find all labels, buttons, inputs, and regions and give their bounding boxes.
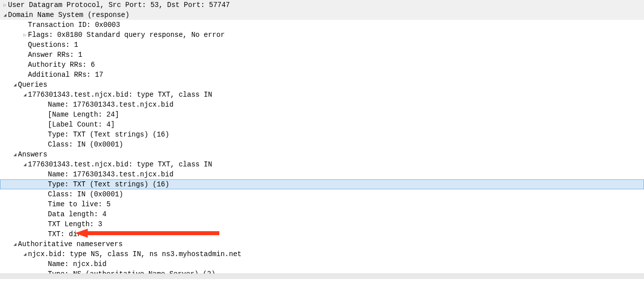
- indent-spacer: [42, 112, 48, 118]
- row-text: Name: 1776301343.test.njcx.bid: [48, 170, 173, 178]
- indent-spacer: [22, 72, 28, 78]
- row-text: Class: IN (0x0001): [48, 190, 123, 198]
- collapse-icon[interactable]: ◢: [22, 161, 28, 167]
- row-text: Domain Name System (response): [8, 11, 130, 19]
- packet-details-tree[interactable]: ▷User Datagram Protocol, Src Port: 53, D…: [0, 0, 644, 279]
- collapse-icon[interactable]: ◢: [12, 241, 18, 247]
- dns-questions: Questions: 1: [0, 40, 644, 50]
- indent-spacer: [22, 42, 28, 48]
- row-text: 1776301343.test.njcx.bid: type TXT, clas…: [28, 91, 212, 99]
- row-text: Time to live: 5: [48, 200, 111, 208]
- row-text: Additional RRs: 17: [28, 71, 103, 79]
- row-text: Type: TXT (Text strings) (16): [48, 131, 169, 139]
- row-text: [Name Length: 24]: [48, 111, 119, 119]
- scrollbar-horizontal[interactable]: [0, 274, 644, 279]
- row-text: Type: TXT (Text strings) (16): [48, 180, 169, 188]
- query-0[interactable]: ◢1776301343.test.njcx.bid: type TXT, cla…: [0, 90, 644, 100]
- row-text: Answer RRs: 1: [28, 51, 82, 59]
- dns-answer-rrs: Answer RRs: 1: [0, 50, 644, 60]
- expand-icon[interactable]: ▷: [22, 32, 28, 38]
- row-text: Questions: 1: [28, 41, 78, 49]
- query-0-name: Name: 1776301343.test.njcx.bid: [0, 100, 644, 110]
- indent-spacer: [42, 132, 48, 138]
- answer-0-txt-length: TXT Length: 3: [0, 219, 644, 229]
- answer-0-data-length: Data length: 4: [0, 209, 644, 219]
- row-text: Class: IN (0x0001): [48, 141, 123, 148]
- row-text: Data length: 4: [48, 210, 107, 218]
- dns-flags[interactable]: ▷Flags: 0x8180 Standard query response, …: [0, 30, 644, 40]
- answer-0-name: Name: 1776301343.test.njcx.bid: [0, 169, 644, 179]
- answer-0-class: Class: IN (0x0001): [0, 189, 644, 199]
- row-text: [Label Count: 4]: [48, 121, 115, 129]
- dns-answers[interactable]: ◢Answers: [0, 149, 644, 159]
- answer-0[interactable]: ◢1776301343.test.njcx.bid: type TXT, cla…: [0, 159, 644, 169]
- indent-spacer: [42, 222, 48, 227]
- row-text: User Datagram Protocol, Src Port: 53, Ds…: [8, 1, 230, 9]
- indent-spacer: [42, 172, 48, 177]
- answer-0-txt: TXT: dir: [0, 229, 644, 239]
- row-text: TXT: dir: [48, 230, 81, 238]
- row-text: Flags: 0x8180 Standard query response, N…: [28, 31, 225, 39]
- collapse-icon[interactable]: ◢: [22, 251, 28, 257]
- indent-spacer: [42, 142, 48, 147]
- indent-spacer: [22, 52, 28, 58]
- indent-spacer: [42, 212, 48, 217]
- query-0-label-count: [Label Count: 4]: [0, 120, 644, 130]
- row-text: Name: 1776301343.test.njcx.bid: [48, 101, 173, 109]
- auth-0[interactable]: ◢njcx.bid: type NS, class IN, ns ns3.myh…: [0, 249, 644, 259]
- expand-icon[interactable]: ▷: [2, 2, 8, 8]
- indent-spacer: [42, 262, 48, 267]
- indent-spacer: [22, 62, 28, 68]
- dns-authoritative[interactable]: ◢Authoritative nameservers: [0, 239, 644, 249]
- dns-additional-rrs: Additional RRs: 17: [0, 70, 644, 80]
- row-text: Name: njcx.bid: [48, 260, 107, 268]
- dns-authority-rrs: Authority RRs: 6: [0, 60, 644, 70]
- indent-spacer: [42, 102, 48, 108]
- row-text: Authoritative nameservers: [18, 240, 123, 248]
- collapse-icon[interactable]: ◢: [22, 92, 28, 98]
- row-text: Answers: [18, 150, 47, 158]
- dns-transaction-id: Transaction ID: 0x0003: [0, 20, 644, 30]
- query-0-class: Class: IN (0x0001): [0, 140, 644, 149]
- row-text: Queries: [18, 81, 47, 89]
- proto-dns[interactable]: ◢Domain Name System (response): [0, 10, 644, 20]
- auth-0-name: Name: njcx.bid: [0, 259, 644, 269]
- answer-0-ttl: Time to live: 5: [0, 199, 644, 209]
- dns-queries[interactable]: ◢Queries: [0, 80, 644, 90]
- row-text: 1776301343.test.njcx.bid: type TXT, clas…: [28, 160, 212, 168]
- row-text: njcx.bid: type NS, class IN, ns ns3.myho…: [28, 250, 241, 258]
- indent-spacer: [22, 22, 28, 28]
- indent-spacer: [42, 192, 48, 197]
- row-text: Transaction ID: 0x0003: [28, 21, 120, 29]
- answer-0-type[interactable]: Type: TXT (Text strings) (16): [0, 179, 644, 189]
- indent-spacer: [42, 122, 48, 128]
- indent-spacer: [42, 202, 48, 207]
- collapse-icon[interactable]: ◢: [12, 82, 18, 88]
- indent-spacer: [42, 232, 48, 237]
- query-0-name-length: [Name Length: 24]: [0, 110, 644, 120]
- collapse-icon[interactable]: ◢: [12, 151, 18, 157]
- proto-udp[interactable]: ▷User Datagram Protocol, Src Port: 53, D…: [0, 0, 644, 10]
- row-text: Authority RRs: 6: [28, 61, 95, 69]
- query-0-type: Type: TXT (Text strings) (16): [0, 130, 644, 140]
- row-text: TXT Length: 3: [48, 220, 102, 228]
- collapse-icon[interactable]: ◢: [2, 12, 8, 18]
